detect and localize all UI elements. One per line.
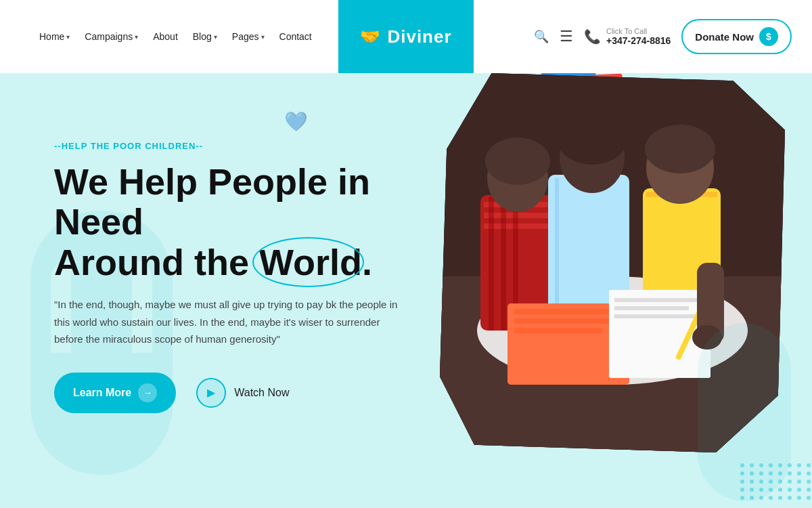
hero-tagline: --HELP THE POOR CHILDREN-- xyxy=(54,141,433,151)
handshake-icon: 🤝 xyxy=(360,27,380,46)
svg-rect-21 xyxy=(514,309,623,314)
svg-rect-22 xyxy=(514,318,623,324)
nav-links: Home ▾ Campaigns ▾ About Blog ▾ Pages ▾ … xyxy=(0,31,317,42)
hero-description: "In the end, though, maybe we must all g… xyxy=(54,296,406,348)
phone-icon: 📞 xyxy=(584,28,601,45)
navbar: Home ▾ Campaigns ▾ About Blog ▾ Pages ▾ … xyxy=(0,0,812,73)
donate-now-button[interactable]: Donate Now $ xyxy=(681,19,792,54)
chevron-down-icon: ▾ xyxy=(135,33,138,41)
menu-icon[interactable]: ☰ xyxy=(560,28,573,45)
nav-actions: 🔍 ☰ 📞 Click To Call +347-274-8816 Donate… xyxy=(534,19,812,54)
hero-section: 💙 --HELP THE POOR CHILDREN-- We Help Peo… xyxy=(0,73,812,508)
world-highlight: World. xyxy=(259,242,372,282)
hand-watermark-right xyxy=(677,319,812,508)
nav-item-contact[interactable]: Contact xyxy=(274,31,317,42)
nav-item-about[interactable]: About xyxy=(148,31,183,42)
nav-item-blog[interactable]: Blog ▾ xyxy=(187,31,223,42)
svg-rect-8 xyxy=(501,196,506,331)
watch-now-label: Watch Now xyxy=(234,387,289,399)
svg-rect-26 xyxy=(614,306,689,310)
phone-block: 📞 Click To Call +347-274-8816 xyxy=(584,27,671,46)
nav-item-home[interactable]: Home ▾ xyxy=(34,31,75,42)
hero-buttons: Learn More → ▶ Watch Now xyxy=(54,373,433,413)
svg-point-11 xyxy=(485,137,550,185)
phone-number[interactable]: +347-274-8816 xyxy=(606,35,671,46)
play-icon: ▶ xyxy=(196,378,226,408)
heart-decoration: 💙 xyxy=(284,110,308,133)
nav-item-campaigns[interactable]: Campaigns ▾ xyxy=(79,31,143,42)
arrow-right-icon: → xyxy=(138,383,157,402)
chevron-down-icon: ▾ xyxy=(261,33,265,41)
hero-content: --HELP THE POOR CHILDREN-- We Help Peopl… xyxy=(54,141,433,413)
learn-more-button[interactable]: Learn More → xyxy=(54,373,176,413)
svg-rect-25 xyxy=(614,298,702,302)
svg-rect-13 xyxy=(555,178,559,324)
phone-label: Click To Call xyxy=(606,27,671,35)
svg-point-15 xyxy=(558,117,626,165)
watch-now-button[interactable]: ▶ Watch Now xyxy=(196,378,289,408)
nav-item-pages[interactable]: Pages ▾ xyxy=(227,31,270,42)
hero-title: We Help People in Need Around the World. xyxy=(54,162,433,282)
logo[interactable]: 🤝 Diviner xyxy=(338,0,474,73)
search-icon[interactable]: 🔍 xyxy=(534,29,549,44)
svg-rect-23 xyxy=(514,328,602,333)
chevron-down-icon: ▾ xyxy=(214,33,217,41)
svg-point-19 xyxy=(645,125,715,173)
svg-rect-7 xyxy=(489,196,494,331)
donate-icon: $ xyxy=(759,27,778,46)
svg-rect-27 xyxy=(614,314,696,318)
chevron-down-icon: ▾ xyxy=(66,33,70,41)
